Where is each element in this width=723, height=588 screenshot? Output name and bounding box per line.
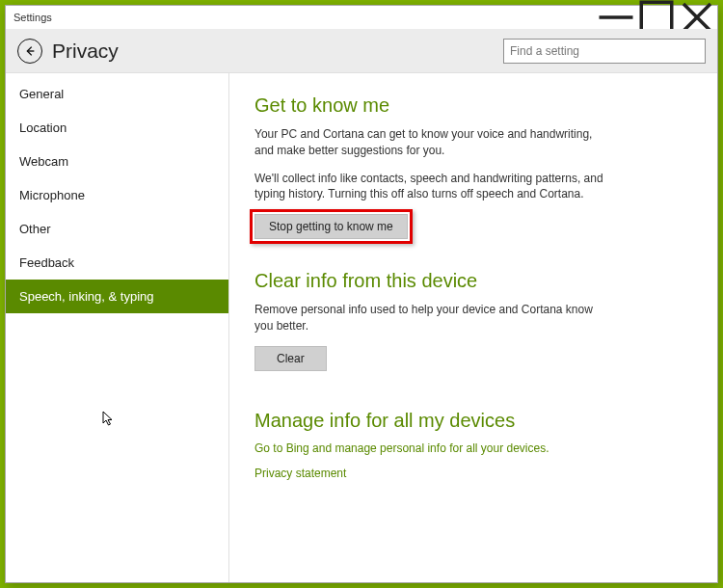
sidebar-item-label: General xyxy=(19,87,64,101)
titlebar: Settings xyxy=(6,6,717,29)
clear-button[interactable]: Clear xyxy=(254,346,327,371)
sidebar-item-location[interactable]: Location xyxy=(6,111,228,145)
minimize-button[interactable] xyxy=(596,6,636,29)
know-me-para2: We'll collect info like contacts, speech… xyxy=(254,171,611,203)
bing-manage-link[interactable]: Go to Bing and manage personal info for … xyxy=(254,441,688,455)
section-heading-manage: Manage info for all my devices xyxy=(254,410,688,432)
sidebar-item-speech-inking-typing[interactable]: Speech, inking, & typing xyxy=(6,280,228,313)
sidebar-item-label: Location xyxy=(19,120,67,135)
back-button[interactable] xyxy=(17,39,42,64)
window-title: Settings xyxy=(13,12,596,23)
search-input[interactable]: Find a setting xyxy=(503,39,706,64)
sidebar-item-webcam[interactable]: Webcam xyxy=(6,145,228,178)
button-label: Clear xyxy=(277,352,305,365)
sidebar-item-label: Speech, inking, & typing xyxy=(19,289,153,304)
button-label: Stop getting to know me xyxy=(269,220,393,233)
sidebar-item-feedback[interactable]: Feedback xyxy=(6,246,228,280)
close-button[interactable] xyxy=(677,6,717,29)
sidebar-item-label: Webcam xyxy=(19,154,68,169)
header: Privacy Find a setting xyxy=(6,29,717,73)
page-title: Privacy xyxy=(52,40,495,63)
stop-getting-to-know-me-button[interactable]: Stop getting to know me xyxy=(254,214,408,239)
section-heading-know-me: Get to know me xyxy=(254,94,688,117)
sidebar-item-general[interactable]: General xyxy=(6,77,228,111)
privacy-statement-link[interactable]: Privacy statement xyxy=(254,467,688,480)
settings-window: Settings Privacy Find a setting General … xyxy=(5,5,718,583)
sidebar-item-other[interactable]: Other xyxy=(6,212,228,246)
sidebar: General Location Webcam Microphone Other… xyxy=(6,73,229,582)
sidebar-item-microphone[interactable]: Microphone xyxy=(6,178,228,212)
maximize-button[interactable] xyxy=(636,6,677,29)
know-me-para1: Your PC and Cortana can get to know your… xyxy=(254,126,611,159)
content: Get to know me Your PC and Cortana can g… xyxy=(229,73,717,582)
sidebar-item-label: Microphone xyxy=(19,188,85,202)
sidebar-item-label: Feedback xyxy=(19,255,74,270)
search-placeholder: Find a setting xyxy=(510,44,579,58)
clear-para: Remove personal info used to help your d… xyxy=(254,302,611,334)
sidebar-item-label: Other xyxy=(19,222,51,236)
section-heading-clear: Clear info from this device xyxy=(254,270,688,292)
body: General Location Webcam Microphone Other… xyxy=(6,73,717,582)
